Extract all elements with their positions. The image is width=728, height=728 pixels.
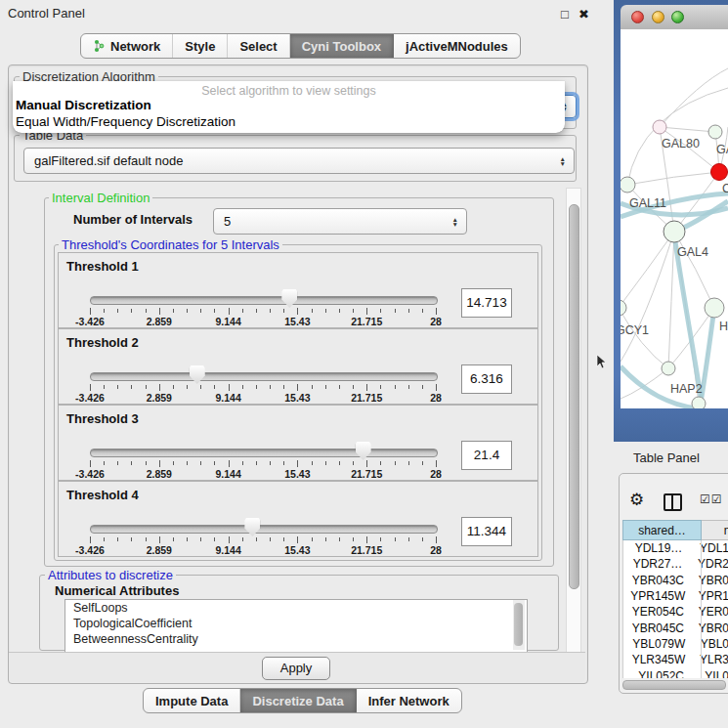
table-row[interactable]: YBR045CYBR0	[623, 620, 728, 635]
zoom-window-button[interactable]	[671, 11, 684, 23]
network-node[interactable]	[653, 120, 666, 134]
table-data-combobox[interactable]: galFiltered.sif default node ▲▼	[23, 148, 575, 174]
numerical-attributes-list[interactable]: SelfLoopsTopologicalCoefficientBetweenne…	[64, 599, 528, 653]
cell-shared-name[interactable]: YLR345W	[623, 653, 694, 666]
checkbox-icons[interactable]: ☑☑	[700, 492, 723, 506]
cell-shared-name[interactable]: YBR043C	[623, 574, 693, 587]
network-canvas[interactable]: GAL80GACGAL11GAL4GCY1HHAP2	[621, 29, 728, 408]
attributes-list-scrollbar[interactable]	[513, 600, 525, 650]
network-graph[interactable]: GAL80GACGAL11GAL4GCY1HHAP2	[621, 29, 728, 408]
threshold-label: Threshold 4	[66, 488, 139, 502]
network-node[interactable]	[664, 221, 685, 242]
table-horizontal-scrollbar[interactable]	[622, 680, 726, 690]
network-edge[interactable]	[660, 68, 728, 127]
list-item[interactable]: BetweennessCentrality	[65, 631, 527, 647]
table-row[interactable]: YDL19…YDL1	[623, 540, 728, 556]
threshold-slider-thumb[interactable]	[190, 365, 205, 384]
cell-name[interactable]: YBL0	[695, 637, 728, 651]
table-row[interactable]: YLR345WYLR3	[623, 652, 728, 667]
column-header-shared[interactable]: shared…	[622, 520, 702, 540]
threshold-value-field[interactable]: 6.316	[461, 364, 512, 394]
cell-name[interactable]: YDR2	[692, 557, 728, 571]
minimize-window-button[interactable]	[652, 11, 664, 23]
cell-shared-name[interactable]: YPR145W	[623, 589, 693, 603]
threshold-value-field[interactable]: 14.713	[461, 288, 512, 318]
bottom-tab-infer-network[interactable]: Infer Network	[357, 689, 461, 712]
bottom-tab-impute-data[interactable]: Impute Data	[144, 689, 240, 712]
cell-shared-name[interactable]: YDR27…	[623, 557, 692, 571]
panel-scrollbar-thumb[interactable]	[569, 204, 579, 589]
threshold-slider-track[interactable]	[90, 525, 438, 534]
list-item[interactable]: TopologicalCoefficient	[65, 616, 527, 631]
tab-label: Impute Data	[155, 694, 228, 708]
tab-select[interactable]: Select	[228, 34, 289, 58]
cell-name[interactable]: YBR0	[693, 621, 728, 635]
node-table[interactable]: YDL19…YDL1YDR27…YDR2YBR043CYBR0YPR145WYP…	[622, 540, 728, 678]
network-node[interactable]	[705, 298, 724, 318]
dropdown-prompt: Select algorithm to view settings	[13, 84, 565, 98]
number-of-intervals-combobox[interactable]: 5 ▲▼	[213, 208, 467, 235]
network-node[interactable]	[662, 362, 675, 375]
network-node[interactable]	[711, 164, 728, 181]
interval-definition-label: Interval Definition	[49, 191, 152, 205]
threshold-slider-track[interactable]	[90, 296, 438, 305]
attributes-list-scrollbar-thumb[interactable]	[514, 603, 523, 646]
threshold-row-1: Threshold 1-3.4262.8599.14415.4321.71528…	[58, 252, 538, 328]
cell-name[interactable]: YDL1	[694, 541, 728, 555]
bottom-tab-bar: Impute DataDiscretize DataInfer Network	[143, 688, 462, 713]
threshold-slider-thumb[interactable]	[281, 289, 297, 308]
list-item[interactable]: SelfLoops	[65, 600, 527, 616]
cell-name[interactable]: YER0	[693, 605, 728, 619]
split-pane-icon[interactable]	[664, 493, 682, 511]
threshold-value-field[interactable]: 21.4	[461, 441, 512, 470]
cell-shared-name[interactable]: YBR045C	[623, 621, 693, 635]
cell-name[interactable]: YBR0	[693, 574, 728, 587]
tab-style[interactable]: Style	[173, 34, 228, 58]
table-row[interactable]: YPR145WYPR1	[623, 588, 728, 604]
network-edge[interactable]	[668, 232, 674, 368]
network-edge[interactable]	[660, 127, 715, 132]
threshold-slider-track[interactable]	[90, 372, 438, 381]
table-row[interactable]: YDR27…YDR2	[623, 556, 728, 572]
table-row[interactable]: YBR043CYBR0	[623, 573, 728, 588]
panel-scrollbar[interactable]	[566, 188, 581, 653]
threshold-label: Threshold 1	[66, 259, 139, 274]
cell-shared-name[interactable]: YBL079W	[623, 637, 695, 651]
cell-shared-name[interactable]: YIL052C	[623, 669, 699, 678]
axis-tick-label: 28	[405, 392, 467, 404]
table-row[interactable]: YIL052CYIL0	[623, 667, 728, 678]
bottom-tab-discretize-data[interactable]: Discretize Data	[240, 689, 356, 712]
cell-shared-name[interactable]: YER054C	[623, 605, 693, 619]
threshold-slider-track[interactable]	[90, 449, 438, 457]
dropdown-option-manual[interactable]: Manual Discretization	[13, 98, 565, 114]
tab-cyni-toolbox[interactable]: Cyni Toolbox	[290, 34, 394, 58]
network-node[interactable]	[621, 300, 626, 316]
network-edge[interactable]	[621, 232, 674, 362]
cell-shared-name[interactable]: YDL19…	[623, 541, 694, 555]
network-node[interactable]	[621, 177, 635, 193]
tab-network[interactable]: Network	[81, 34, 173, 58]
column-header-name[interactable]: na	[702, 520, 728, 540]
table-row[interactable]: YER054CYER0	[623, 604, 728, 620]
gear-icon[interactable]: ⚙	[629, 490, 644, 510]
close-window-button[interactable]	[631, 11, 644, 23]
network-window-titlebar[interactable]	[621, 5, 728, 30]
network-edge[interactable]	[627, 172, 719, 185]
axis-tick-label: 9.144	[197, 392, 260, 404]
cell-name[interactable]: YIL0	[699, 669, 728, 678]
float-panel-icon[interactable]: □	[561, 7, 569, 21]
dropdown-option-equal-width[interactable]: Equal Width/Frequency Discretization	[13, 114, 565, 131]
network-node[interactable]	[692, 397, 706, 408]
apply-button[interactable]: Apply	[262, 657, 330, 680]
threshold-value-field[interactable]: 11.344	[461, 517, 512, 546]
network-node[interactable]	[708, 125, 722, 139]
network-edge[interactable]	[621, 232, 674, 308]
close-panel-icon[interactable]: ✖	[578, 7, 589, 21]
cell-name[interactable]: YLR3	[694, 653, 728, 666]
network-edge[interactable]	[621, 308, 668, 368]
threshold-slider-thumb[interactable]	[356, 442, 371, 460]
table-row[interactable]: YBL079WYBL0	[623, 636, 728, 652]
cell-name[interactable]: YPR1	[693, 589, 728, 603]
threshold-slider-thumb[interactable]	[244, 518, 260, 536]
tab-jactivemnodules[interactable]: jActiveMNodules	[394, 34, 520, 58]
